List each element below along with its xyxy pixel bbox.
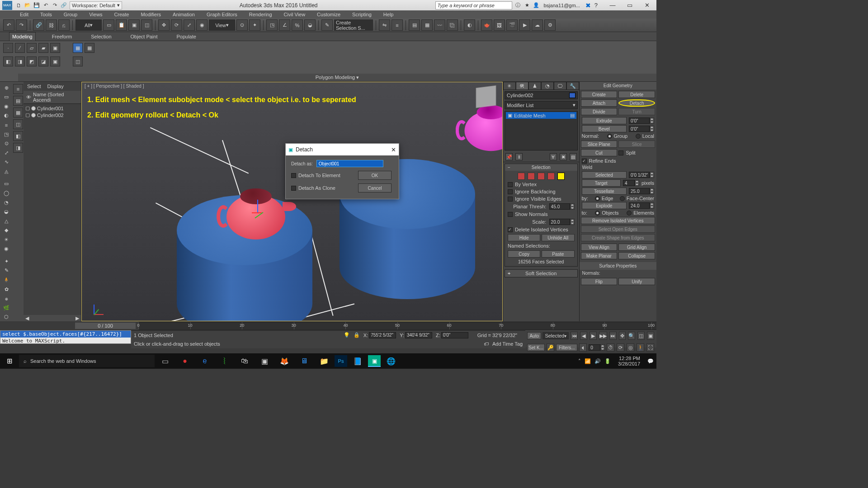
left-icon-7[interactable]: ⊙ — [2, 140, 11, 147]
anglesnap-icon[interactable]: ∠ — [279, 19, 290, 31]
play-icon[interactable]: ▶ — [590, 332, 597, 340]
planar-thresh-spinner[interactable] — [549, 203, 575, 210]
render-preset-icon[interactable]: ⚙ — [544, 19, 556, 31]
scene-tab-display[interactable]: Display — [47, 84, 64, 89]
ribbon-border-icon[interactable]: ▱ — [27, 43, 37, 53]
attach-button[interactable]: Attach — [581, 99, 618, 107]
coord-x[interactable]: X: — [363, 332, 396, 338]
select-object-icon[interactable]: ▭ — [103, 19, 114, 31]
ribbon-tab-objectpaint[interactable]: Object Paint — [128, 33, 160, 41]
left-icon-19[interactable]: ✦ — [2, 258, 11, 265]
modifier-list-dropdown[interactable]: Modifier List ▾ — [505, 101, 578, 109]
schematic-icon[interactable]: ⿻ — [447, 19, 458, 31]
mirror-icon[interactable]: ⇋ — [379, 19, 390, 31]
object-name-field[interactable]: Cylinder002 — [505, 91, 578, 99]
qat-link-icon[interactable]: 🔗 — [60, 1, 68, 9]
turn-button[interactable]: Turn — [618, 108, 655, 115]
coord-y[interactable]: Y: — [400, 332, 432, 338]
cp-tab-hierarchy[interactable]: ♟ — [528, 82, 541, 90]
toggle-ribbon-icon[interactable]: ▦ — [421, 19, 433, 31]
unhide-all-button[interactable]: Unhide All — [542, 234, 574, 241]
scene-tab-select[interactable]: Select — [27, 84, 41, 89]
help-icon[interactable]: ? — [594, 2, 598, 9]
ignore-backfacing-checkbox[interactable]: Ignore Backfacing — [508, 189, 575, 194]
taskbar-app-terminal[interactable]: ▣ — [255, 353, 274, 369]
taskbar-app-3dsmax[interactable]: ▣ — [368, 355, 381, 367]
windows-start-button[interactable]: ⊞ — [1, 353, 18, 369]
ribbon-sub-a-icon[interactable]: ▦ — [73, 43, 83, 53]
placement-icon[interactable]: ◉ — [196, 19, 208, 31]
detach-ok-button[interactable]: OK — [358, 171, 392, 180]
keyfilter-dropdown[interactable]: Selected ▾ — [542, 332, 569, 339]
subobj-edge-icon[interactable] — [528, 173, 535, 180]
menu-customize[interactable]: Customize — [311, 10, 346, 19]
redo-icon[interactable]: ↷ — [16, 19, 27, 31]
unify-button[interactable]: Unify — [618, 278, 655, 285]
cp-tab-display[interactable]: 🖵 — [554, 82, 566, 90]
nav-orbit-icon[interactable]: ⟳ — [617, 343, 624, 352]
se-col-icon-4[interactable]: ◫ — [13, 119, 23, 129]
make-planar-button[interactable]: Make Planar — [581, 252, 618, 259]
play-next-icon[interactable]: ▶▶ — [599, 332, 607, 340]
taskbar-app-photoshop[interactable]: Ps — [335, 355, 347, 367]
tessellate-spinner[interactable] — [629, 188, 654, 194]
detach-cancel-button[interactable]: Cancel — [358, 183, 392, 192]
nav-fov-icon[interactable]: ◫ — [637, 332, 645, 340]
split-checkbox[interactable]: Split — [618, 149, 655, 156]
current-frame-spinner[interactable] — [589, 344, 605, 351]
link-icon[interactable]: 🔗 — [33, 19, 44, 31]
grid-align-button[interactable]: Grid Align — [618, 244, 655, 251]
cp-tab-motion[interactable]: ◔ — [541, 82, 554, 90]
create-shape-button[interactable]: Create Shape from Edges — [581, 234, 656, 241]
left-icon-15[interactable]: △ — [2, 217, 11, 225]
help-search-input[interactable]: Type a keyword or phrase — [435, 1, 512, 9]
bevel-spinner[interactable] — [629, 126, 654, 132]
nav-pan-icon[interactable]: ✥ — [619, 332, 626, 340]
lock-icon[interactable]: 💡 — [344, 332, 350, 338]
ribbon-section-label[interactable]: Polygon Modeling ▾ — [18, 74, 656, 81]
spinnersnap-icon[interactable]: ◒ — [304, 19, 316, 31]
tray-up-icon[interactable]: ˄ — [578, 358, 581, 364]
scene-list[interactable]: ▢ Cylinder001 ▢ Cylinder002 — [24, 104, 81, 315]
normal-local-radio[interactable]: Local — [636, 133, 654, 139]
weld-selected-spinner[interactable] — [629, 172, 654, 178]
nav-walk-icon[interactable]: 🚶 — [637, 343, 644, 352]
scroll-right-icon[interactable]: ▶ — [75, 315, 79, 321]
curve-editor-icon[interactable]: 〰 — [434, 19, 445, 31]
qat-new-icon[interactable]: 🗋 — [14, 1, 23, 9]
move-icon[interactable]: ✥ — [158, 19, 170, 31]
refine-ends-checkbox[interactable]: ✓Refine Ends — [582, 158, 616, 164]
dialog-close-button[interactable]: ✕ — [391, 146, 396, 153]
left-icon-11[interactable]: ▭ — [2, 180, 11, 188]
nav-dolly-icon[interactable]: ◎ — [627, 343, 634, 352]
ribbon-r2c5-icon[interactable]: ▣ — [50, 56, 60, 66]
show-end-icon[interactable]: Ⅱ — [515, 153, 523, 160]
expand-icon[interactable]: ▣ — [508, 113, 512, 118]
menu-animation[interactable]: Animation — [167, 10, 200, 19]
scene-item-cylinder001[interactable]: ▢ Cylinder001 — [25, 105, 79, 112]
taskbar-app-notes[interactable]: 📘 — [348, 353, 367, 369]
lock2-icon[interactable]: 🔒 — [354, 332, 360, 338]
configure-icon[interactable]: ▤ — [570, 153, 577, 160]
taskbar-app-store[interactable]: 🛍 — [235, 353, 254, 369]
tess-facecenter-radio[interactable]: Face-Center — [620, 196, 654, 201]
viewport-label[interactable]: [ + ] [ Perspective ] [ Shaded ] — [85, 84, 144, 89]
remove-iso-verts-button[interactable]: Remove Isolated Vertices — [581, 217, 656, 224]
freeze-check-icon[interactable]: ▢ — [25, 105, 30, 111]
window-crossing-icon[interactable]: ◫ — [141, 19, 152, 31]
hide-button[interactable]: Hide — [508, 234, 540, 241]
left-icon-5[interactable]: ≡ — [2, 121, 11, 129]
tray-volume-icon[interactable]: 🔊 — [594, 358, 601, 364]
editnamedsel-icon[interactable]: ✎ — [321, 19, 333, 31]
nav-max-icon[interactable]: ▣ — [647, 332, 654, 340]
rotate-icon[interactable]: ⟳ — [171, 19, 182, 31]
frame-prev-icon[interactable]: ⏴ — [579, 343, 587, 352]
layers-icon[interactable]: ▤ — [409, 19, 420, 31]
selection-filter-dropdown[interactable]: All ▾ — [75, 19, 102, 31]
menu-scripting[interactable]: Scripting — [347, 10, 377, 19]
time-slider[interactable]: 0 / 100 — [75, 323, 136, 329]
timetag-icon[interactable]: 🏷 — [484, 341, 489, 347]
show-normals-checkbox[interactable]: Show Normals — [508, 211, 575, 217]
menu-help[interactable]: Help — [378, 10, 399, 19]
collapse-button[interactable]: Collapse — [618, 252, 655, 259]
